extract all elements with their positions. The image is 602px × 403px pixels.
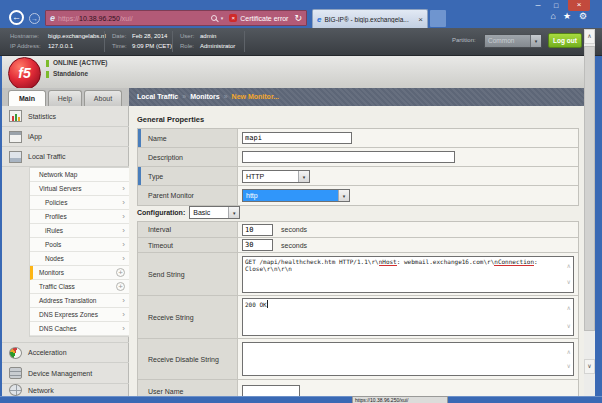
main-content: General Properties Name Description Type…	[129, 106, 584, 396]
parent-monitor-select[interactable]: http▾	[242, 189, 350, 202]
sidebar-item-label: Virtual Servers	[39, 185, 82, 192]
chevron-right-icon: ›	[122, 224, 125, 237]
chevron-down-icon: ▾	[530, 35, 541, 47]
search-dropdown-icon[interactable]: ▾	[221, 15, 224, 21]
name-input[interactable]	[242, 132, 352, 144]
sidebar-item-policies[interactable]: Policies›	[30, 196, 129, 210]
configuration-row: Configuration: Basic▾	[137, 205, 240, 219]
logout-button[interactable]: Log out	[548, 33, 582, 48]
interval-label: Interval	[138, 222, 238, 237]
sidebar-item-network-map[interactable]: Network Map	[30, 168, 129, 182]
sidebar-item-label: DNS Caches	[39, 325, 77, 332]
sidebar-item-label: Local Traffic	[28, 153, 66, 160]
sidebar-item-traffic-class[interactable]: Traffic Class+	[30, 280, 129, 294]
sidebar-item-local-traffic[interactable]: Local Traffic	[2, 147, 129, 167]
scroll-down-icon[interactable]: ∨	[567, 279, 571, 287]
receive-disable-string-label: Receive Disable String	[138, 339, 238, 379]
chevron-right-icon: ›	[122, 308, 125, 321]
sidebar-item-pools[interactable]: Pools›	[30, 238, 129, 252]
address-bar[interactable]: e https://10.38.96.250/xui/ ▾ × Certific…	[45, 10, 307, 26]
divider	[104, 31, 105, 52]
certificate-error-label[interactable]: Certificate error	[240, 15, 288, 22]
tools-gear-icon[interactable]: ⚙	[579, 11, 587, 21]
field-label: Timeout	[148, 242, 173, 249]
forward-button[interactable]: →	[29, 13, 40, 24]
configuration-select[interactable]: Basic▾	[189, 206, 240, 219]
back-button[interactable]: ←	[9, 10, 24, 25]
tab-main[interactable]: Main	[8, 90, 46, 106]
username-input[interactable]	[242, 385, 300, 396]
scrollbar-thumb[interactable]	[584, 46, 595, 331]
send-string-text: : webmail.exchange16.com\r\	[397, 258, 495, 265]
sidebar-item-acceleration[interactable]: Acceleration	[2, 342, 129, 363]
field-label: Receive Disable String	[148, 356, 219, 363]
acceleration-gauge-icon	[9, 347, 22, 359]
sidebar-item-monitors[interactable]: Monitors+	[30, 266, 129, 280]
type-select[interactable]: HTTP▾	[242, 170, 310, 183]
certificate-error-icon: ×	[229, 14, 237, 22]
receive-disable-string-row: Receive Disable String ∧ ∨	[138, 339, 578, 380]
chevron-right-icon: ›	[122, 238, 125, 251]
scroll-up-icon[interactable]: ∧	[567, 263, 571, 271]
search-icon[interactable]	[211, 15, 217, 21]
chevron-right-icon: ›	[122, 196, 125, 209]
sidebar-item-label: Nodes	[45, 255, 64, 262]
send-string-text: :	[534, 258, 538, 265]
breadcrumb-separator: »	[224, 93, 228, 100]
add-icon[interactable]: +	[116, 282, 125, 291]
sidebar-item-nodes[interactable]: Nodes›	[30, 252, 129, 266]
page-scrollbar[interactable]: ∧ ∨	[584, 29, 595, 396]
scroll-up-icon[interactable]: ∧	[567, 305, 571, 313]
breadcrumb-monitors[interactable]: Monitors	[190, 93, 220, 100]
sidebar-item-virtual-servers[interactable]: Virtual Servers›	[30, 182, 129, 196]
tab-close-icon[interactable]: ×	[418, 15, 423, 24]
send-string-textarea[interactable]: GET /mapi/healthcheck.htm HTTP/1.1\r\nHo…	[242, 256, 574, 293]
chevron-down-icon: ▾	[228, 207, 239, 218]
receive-string-label: Receive String	[138, 296, 238, 338]
device-info-bar: Hostname:bigip.exchangelabs.nl IP Addres…	[0, 28, 602, 56]
refresh-icon[interactable]: ↻	[294, 13, 302, 23]
tab-about[interactable]: About	[84, 90, 122, 106]
status-online: ONLINE (ACTIVE)	[53, 59, 108, 66]
scrollbar-down-icon[interactable]: ∨	[584, 359, 595, 374]
breadcrumb-local-traffic[interactable]: Local Traffic	[137, 93, 178, 100]
sidebar-item-device-management[interactable]: Device Management	[2, 363, 129, 384]
parent-monitor-row: Parent Monitor http▾	[138, 186, 578, 205]
favorites-icon[interactable]: ★	[563, 11, 571, 21]
sidebar-item-dns-express-zones[interactable]: DNS Express Zones›	[30, 308, 129, 322]
new-tab-button[interactable]	[430, 10, 446, 27]
sidebar-item-address-translation[interactable]: Address Translation›	[30, 294, 129, 308]
sidebar-item-irules[interactable]: iRules›	[30, 224, 129, 238]
timeout-input[interactable]	[242, 239, 273, 251]
scroll-down-icon[interactable]: ∨	[567, 323, 571, 331]
partition-select[interactable]: Common ▾	[484, 34, 542, 48]
field-label: Description	[148, 154, 183, 161]
send-string-row: Send String GET /mapi/healthcheck.htm HT…	[138, 253, 578, 296]
tab-help[interactable]: Help	[48, 90, 82, 106]
interval-input[interactable]	[242, 224, 273, 236]
sidebar-item-profiles[interactable]: Profiles›	[30, 210, 129, 224]
partition-label: Partition:	[452, 37, 476, 43]
sidebar-item-statistics[interactable]: Statistics	[2, 106, 129, 127]
add-icon[interactable]: +	[116, 268, 125, 277]
parent-monitor-value: http	[243, 190, 338, 201]
scroll-down-icon[interactable]: ∨	[567, 363, 571, 371]
scroll-up-icon[interactable]: ∧	[567, 349, 571, 357]
status-green-bar	[46, 71, 49, 78]
sidebar-item-label: Profiles	[45, 213, 67, 220]
home-icon[interactable]: ⌂	[551, 11, 556, 21]
sidebar-item-dns-caches[interactable]: DNS Caches›	[30, 322, 129, 336]
browser-tab[interactable]: e BIG-IP® - bigip.exchangela... ×	[312, 9, 428, 28]
date-time-cell: Date:Feb 28, 2014 Time:9:09 PM (CET)	[112, 32, 172, 51]
receive-disable-string-textarea[interactable]: ∧ ∨	[242, 342, 574, 376]
description-input[interactable]	[242, 151, 455, 163]
receive-string-textarea[interactable]: 200 OK ∧ ∨	[242, 298, 574, 336]
field-label: Interval	[148, 226, 171, 233]
chevron-right-icon: ›	[122, 252, 125, 265]
sidebar-item-label: Address Translation	[39, 297, 96, 304]
sidebar-item-network[interactable]: Network	[2, 384, 129, 396]
spellcheck-word: nHost	[379, 258, 397, 266]
sidebar-item-iapp[interactable]: iApp	[2, 127, 129, 147]
status-standalone: Standalone	[53, 70, 88, 77]
scrollbar-up-icon[interactable]: ∧	[584, 29, 595, 44]
